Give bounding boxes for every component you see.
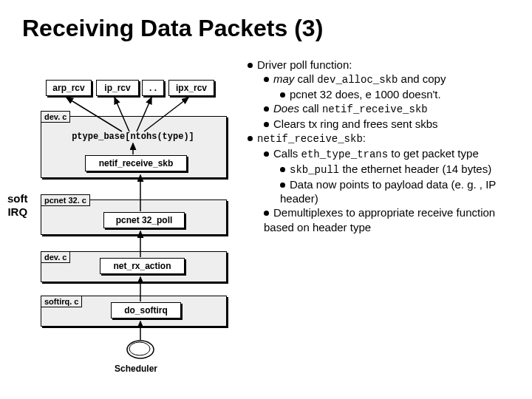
box-netif: netif_receive_skb: [85, 155, 187, 171]
box-netrx: net_rx_action: [100, 258, 185, 274]
box-arp-rcv: arp_rcv: [46, 80, 92, 96]
bullet-h2: netif_receive_skb:: [248, 131, 525, 146]
t: to get packet type: [388, 147, 479, 160]
t: :: [363, 132, 366, 144]
t: call: [299, 102, 322, 115]
t: Data now points to payload data (e. g. ,…: [280, 178, 496, 205]
t: Clears tx ring and frees sent skbs: [273, 117, 438, 130]
text-ptype: ptype_base[ntohs(type)]: [44, 132, 222, 142]
tag-dev-2: dev. c: [41, 251, 70, 263]
t: may: [273, 72, 294, 85]
bullet-2b: Demultiplexes to appropriate receive fun…: [264, 205, 525, 233]
t: Demultiplexes to appropriate receive fun…: [264, 206, 495, 233]
t: pcnet 32 does, e 1000 doesn't.: [290, 88, 441, 100]
bullet-1b: Does call netif_receive_skb: [264, 101, 525, 117]
slide-title: Receiving Data Packets (3): [22, 15, 323, 42]
box-ipx-rcv: ipx_rcv: [168, 80, 214, 96]
tag-pcnet: pcnet 32. c: [41, 194, 90, 206]
t: Calls: [273, 147, 301, 160]
tag-dev-1: dev. c: [41, 111, 70, 123]
label-scheduler: Scheduler: [115, 364, 157, 374]
t: netif_receive_skb: [322, 103, 428, 115]
bullet-1c: Clears tx ring and frees sent skbs: [264, 117, 525, 131]
t: the ethernet header (14 bytes): [339, 163, 491, 175]
svg-point-10: [129, 342, 150, 355]
box-dots: . .: [142, 80, 164, 96]
bullet-h1: Driver poll function:: [248, 58, 525, 72]
t: call: [294, 72, 317, 85]
bullet-list: Driver poll function: may call dev_alloc…: [248, 58, 525, 234]
bullet-1a: may call dev_alloc_skb and copy: [264, 72, 525, 87]
box-dosoftirq: do_softirq: [111, 302, 181, 318]
side-label: soft IRQ: [7, 192, 28, 219]
t: and copy: [398, 72, 446, 85]
t: Does: [273, 102, 299, 115]
svg-point-9: [127, 341, 154, 358]
box-pcnet-poll: pcnet 32_poll: [103, 212, 185, 228]
bullet-2a: Calls eth_type_trans to get packet type: [264, 146, 525, 162]
t: eth_type_trans: [301, 149, 389, 160]
t: dev_alloc_skb: [317, 74, 398, 86]
bullet-1a-sub: pcnet 32 does, e 1000 doesn't.: [280, 87, 525, 101]
t: skb_pull: [290, 164, 339, 176]
tag-softirq: softirq. c: [41, 296, 82, 307]
text-h1: Driver poll function:: [257, 58, 352, 71]
t: netif_receive_skb: [257, 133, 363, 145]
bullet-2a-sub1: skb_pull the ethernet header (14 bytes): [280, 162, 525, 177]
box-ip-rcv: ip_rcv: [96, 80, 139, 96]
side-label-l2: IRQ: [7, 205, 28, 219]
bullet-2a-sub2: Data now points to payload data (e. g. ,…: [280, 177, 525, 205]
side-label-l1: soft: [7, 192, 28, 205]
